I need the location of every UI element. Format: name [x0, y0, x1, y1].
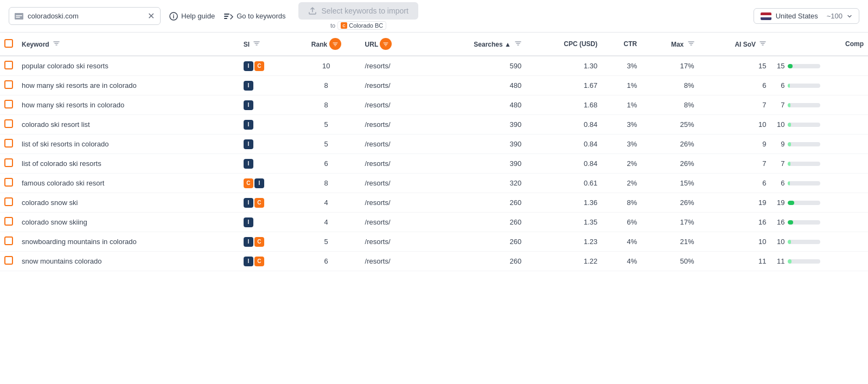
row-ai-sov: 16 [699, 213, 771, 232]
row-url[interactable]: /resorts/ [361, 193, 425, 213]
ai-sov-filter-icon[interactable] [760, 40, 766, 47]
row-ai-sov: 19 [699, 193, 771, 213]
comp-bar-fill [788, 259, 792, 264]
row-cpc: 1.23 [526, 232, 602, 252]
comp-bar [788, 103, 820, 107]
keyword-filter-icon[interactable] [53, 40, 60, 47]
domain-icon [15, 13, 23, 20]
row-keyword: list of ski resorts in colorado [17, 135, 239, 154]
comp-bar-fill [788, 162, 790, 166]
row-searches: 260 [425, 252, 526, 271]
row-checkbox-cell[interactable] [0, 174, 17, 193]
table-row: colorado snow skiingI4/resorts/2601.356%… [0, 213, 868, 232]
si-filter-icon[interactable] [253, 40, 260, 47]
searches-sort-arrow[interactable]: ▲ [505, 41, 511, 48]
row-searches: 390 [425, 154, 526, 174]
row-url[interactable]: /resorts/ [361, 213, 425, 232]
comp-bar-fill [788, 64, 793, 68]
row-keyword: list of colorado ski resorts [17, 154, 239, 174]
row-url[interactable]: /resorts/ [361, 154, 425, 174]
row-checkbox-cell[interactable] [0, 232, 17, 252]
row-cpc: 1.22 [526, 252, 602, 271]
row-checkbox[interactable] [4, 100, 13, 108]
row-rank: 5 [292, 135, 361, 154]
row-keyword: famous colorado ski resort [17, 174, 239, 193]
row-checkbox[interactable] [4, 256, 13, 265]
row-checkbox[interactable] [4, 80, 13, 89]
row-checkbox[interactable] [4, 139, 13, 148]
comp-value: 19 [775, 199, 784, 207]
import-button[interactable]: Select keywords to import [298, 2, 418, 20]
import-button-label: Select keywords to import [321, 7, 408, 15]
row-rank: 5 [292, 115, 361, 135]
row-si: I [239, 154, 292, 174]
select-all-checkbox[interactable] [4, 39, 13, 48]
intent-badge: I [244, 257, 253, 266]
max-header-label: Max [671, 41, 684, 48]
row-checkbox[interactable] [4, 217, 13, 226]
domain-input[interactable]: coloradoski.com [28, 12, 143, 20]
row-url[interactable]: /resorts/ [361, 252, 425, 271]
goto-keywords-link[interactable]: Go to keywords [224, 12, 285, 21]
row-max: 26% [641, 135, 698, 154]
intent-badge: I [244, 100, 253, 110]
row-url[interactable]: /resorts/ [361, 76, 425, 95]
row-searches: 390 [425, 135, 526, 154]
row-url[interactable]: /resorts/ [361, 174, 425, 193]
row-checkbox-cell[interactable] [0, 193, 17, 213]
row-checkbox-cell[interactable] [0, 56, 17, 76]
row-url[interactable]: /resorts/ [361, 232, 425, 252]
row-checkbox-cell[interactable] [0, 95, 17, 115]
commercial-badge: C [254, 237, 264, 247]
row-rank: 4 [292, 213, 361, 232]
close-button[interactable]: ✕ [148, 11, 155, 21]
row-url[interactable]: /resorts/ [361, 115, 425, 135]
row-checkbox[interactable] [4, 158, 13, 167]
comp-value: 16 [775, 218, 784, 226]
row-checkbox[interactable] [4, 197, 13, 206]
country-selector[interactable]: United States ~100 [754, 8, 859, 24]
row-url[interactable]: /resorts/ [361, 56, 425, 76]
row-ai-sov: 11 [699, 252, 771, 271]
max-filter-icon[interactable] [688, 40, 694, 47]
row-keyword: snow mountains colorado [17, 252, 239, 271]
searches-header-label: Searches [474, 41, 502, 48]
searches-filter-icon[interactable] [515, 40, 521, 47]
domain-search-box[interactable]: coloradoski.com ✕ [9, 7, 161, 25]
row-url[interactable]: /resorts/ [361, 135, 425, 154]
row-checkbox[interactable] [4, 236, 13, 245]
row-checkbox-cell[interactable] [0, 154, 17, 174]
row-searches: 590 [425, 56, 526, 76]
comp-value: 7 [775, 159, 784, 168]
header-checkbox-cell[interactable] [0, 33, 17, 56]
row-checkbox-cell[interactable] [0, 252, 17, 271]
row-checkbox-cell[interactable] [0, 135, 17, 154]
row-searches: 480 [425, 95, 526, 115]
row-checkbox-cell[interactable] [0, 115, 17, 135]
comp-bar [788, 123, 820, 127]
url-filter-icon[interactable] [380, 38, 392, 50]
row-ctr: 3% [602, 56, 641, 76]
row-ctr: 2% [602, 174, 641, 193]
table-row: snowboarding mountains in coloradoIC5/re… [0, 232, 868, 252]
keywords-icon [224, 12, 233, 21]
comp-value: 10 [775, 120, 784, 129]
rank-filter-icon[interactable] [329, 38, 341, 50]
row-checkbox[interactable] [4, 61, 13, 69]
table-row: colorado snow skiIC4/resorts/2601.368%26… [0, 193, 868, 213]
svg-text:C: C [343, 24, 346, 28]
row-comp: 10 [770, 232, 868, 252]
table-row: list of colorado ski resortsI6/resorts/3… [0, 154, 868, 174]
row-url[interactable]: /resorts/ [361, 95, 425, 115]
row-checkbox[interactable] [4, 178, 13, 187]
comp-bar [788, 84, 820, 88]
row-checkbox-cell[interactable] [0, 76, 17, 95]
row-ctr: 6% [602, 213, 641, 232]
row-comp: 9 [770, 135, 868, 154]
row-checkbox-cell[interactable] [0, 213, 17, 232]
help-guide-link[interactable]: i Help guide [169, 12, 215, 21]
keyword-header-label: Keyword [22, 41, 49, 48]
svg-rect-6 [224, 16, 228, 17]
row-checkbox[interactable] [4, 119, 13, 128]
table-row: how many ski resorts are in coloradoI8/r… [0, 76, 868, 95]
